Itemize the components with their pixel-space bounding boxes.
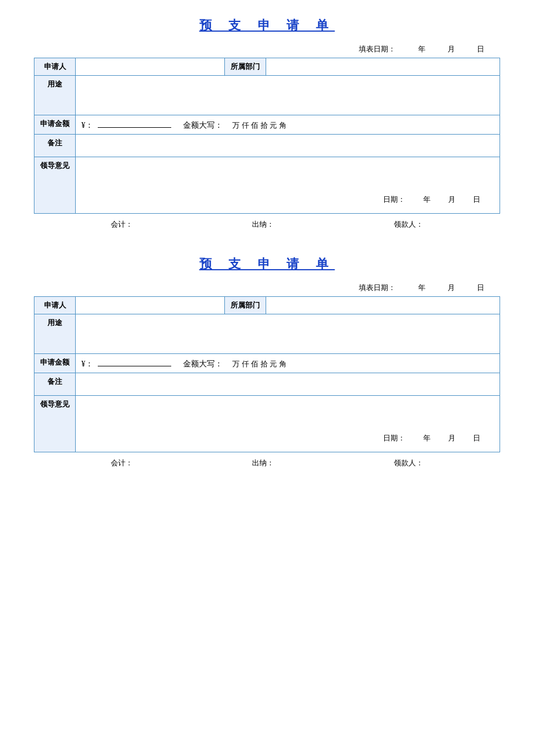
fill-date-month-1: 月 <box>448 45 455 53</box>
daxie-label-2: 金额大写： <box>183 360 223 368</box>
bai-unit-1: 佰 <box>251 121 258 129</box>
form-table-1: 申请人 所属部门 用途 申请金额 ¥： <box>34 58 500 214</box>
department-value-1[interactable] <box>266 58 500 76</box>
payee-label-1: 领款人： <box>394 219 423 230</box>
currency-symbol-1: ¥： <box>81 121 93 129</box>
opinion-value-td-1: 日期： 年 月 日 <box>76 157 500 214</box>
applicant-row-2: 申请人 所属部门 <box>34 297 500 314</box>
opinion-date-year-2: 年 <box>423 434 431 442</box>
remark-value-2[interactable] <box>76 373 500 396</box>
applicant-label-2: 申请人 <box>34 297 76 314</box>
department-value-2[interactable] <box>266 297 500 314</box>
purpose-value-1[interactable] <box>76 76 500 115</box>
qian-unit-2: 仟 <box>242 360 249 368</box>
opinion-date-year-1: 年 <box>423 195 431 204</box>
department-label-1: 所属部门 <box>224 58 266 76</box>
jiao-unit-1: 角 <box>279 121 286 129</box>
form-title-2: 预 支 申 请 单 <box>34 256 500 273</box>
opinion-date-label-2: 日期： <box>383 434 405 442</box>
form-title-1: 预 支 申 请 单 <box>34 17 500 34</box>
accountant-label-2: 会计： <box>111 458 133 468</box>
fill-date-day-1: 日 <box>477 45 484 53</box>
applicant-label-1: 申请人 <box>34 58 76 76</box>
payee-label-2: 领款人： <box>394 458 423 468</box>
amount-label-2: 申请金额 <box>34 354 76 373</box>
opinion-value-td-2: 日期： 年 月 日 <box>76 396 500 452</box>
currency-symbol-2: ¥： <box>81 360 93 368</box>
fill-date-label-1: 填表日期： <box>359 45 396 53</box>
amount-row-1: 申请金额 ¥： 金额大写： 万 仟 佰 拾 元 角 <box>34 115 500 135</box>
amount-value-td-2: ¥： 金额大写： 万 仟 佰 拾 元 角 <box>76 354 500 373</box>
fill-date-day-2: 日 <box>477 283 484 292</box>
applicant-value-2[interactable] <box>76 297 225 314</box>
amount-label-1: 申请金额 <box>34 115 76 135</box>
opinion-date-month-1: 月 <box>448 195 455 204</box>
accountant-label-1: 会计： <box>111 219 133 230</box>
opinion-date-month-2: 月 <box>448 434 455 442</box>
yuan-unit-1: 元 <box>270 121 277 129</box>
purpose-row-2: 用途 <box>34 314 500 354</box>
jiao-unit-2: 角 <box>279 360 286 368</box>
purpose-label-1: 用途 <box>34 76 76 115</box>
remark-label-1: 备注 <box>34 135 76 157</box>
footer-row-1: 会计： 出纳： 领款人： <box>34 216 500 233</box>
cashier-label-2: 出纳： <box>252 458 274 468</box>
fill-date-year-2: 年 <box>418 283 426 292</box>
footer-row-2: 会计： 出纳： 领款人： <box>34 455 500 472</box>
opinion-content-1[interactable] <box>81 161 494 195</box>
fill-date-row-2: 填表日期： 年 月 日 <box>34 283 500 293</box>
amount-input-1[interactable] <box>98 119 171 128</box>
applicant-value-1[interactable] <box>76 58 225 76</box>
amount-input-2[interactable] <box>98 357 171 366</box>
bai-unit-2: 佰 <box>251 360 258 368</box>
form-section-1: 预 支 申 请 单 填表日期： 年 月 日 申请人 所属部门 用途 <box>34 17 500 233</box>
cashier-label-1: 出纳： <box>252 219 274 230</box>
shi-unit-1: 拾 <box>261 121 268 129</box>
opinion-row-2: 领导意见 日期： 年 月 日 <box>34 396 500 452</box>
opinion-date-row-1: 日期： 年 月 日 <box>81 195 494 205</box>
remark-row-1: 备注 <box>34 135 500 157</box>
form-section-2: 预 支 申 请 单 填表日期： 年 月 日 申请人 所属部门 用途 <box>34 256 500 472</box>
form-table-2: 申请人 所属部门 用途 申请金额 ¥： <box>34 296 500 452</box>
opinion-date-day-1: 日 <box>473 195 480 204</box>
purpose-value-2[interactable] <box>76 314 500 354</box>
department-label-2: 所属部门 <box>224 297 266 314</box>
remark-row-2: 备注 <box>34 373 500 396</box>
fill-date-month-2: 月 <box>448 283 455 292</box>
shi-unit-2: 拾 <box>261 360 268 368</box>
fill-date-label-2: 填表日期： <box>359 283 396 292</box>
wan-unit-1: 万 <box>232 121 240 129</box>
purpose-label-2: 用途 <box>34 314 76 354</box>
daxie-label-1: 金额大写： <box>183 121 223 129</box>
opinion-date-row-2: 日期： 年 月 日 <box>81 433 494 443</box>
wan-unit-2: 万 <box>232 360 240 368</box>
qian-unit-1: 仟 <box>242 121 249 129</box>
fill-date-year-1: 年 <box>418 45 426 53</box>
purpose-row-1: 用途 <box>34 76 500 115</box>
opinion-label-2: 领导意见 <box>34 396 76 452</box>
applicant-row-1: 申请人 所属部门 <box>34 58 500 76</box>
opinion-date-day-2: 日 <box>473 434 480 442</box>
opinion-label-1: 领导意见 <box>34 157 76 214</box>
amount-value-td-1: ¥： 金额大写： 万 仟 佰 拾 元 角 <box>76 115 500 135</box>
amount-row-2: 申请金额 ¥： 金额大写： 万 仟 佰 拾 元 角 <box>34 354 500 373</box>
yuan-unit-2: 元 <box>270 360 277 368</box>
remark-value-1[interactable] <box>76 135 500 157</box>
fill-date-row-1: 填表日期： 年 月 日 <box>34 44 500 54</box>
opinion-date-label-1: 日期： <box>383 195 405 204</box>
remark-label-2: 备注 <box>34 373 76 396</box>
opinion-content-2[interactable] <box>81 399 494 433</box>
opinion-row-1: 领导意见 日期： 年 月 日 <box>34 157 500 214</box>
